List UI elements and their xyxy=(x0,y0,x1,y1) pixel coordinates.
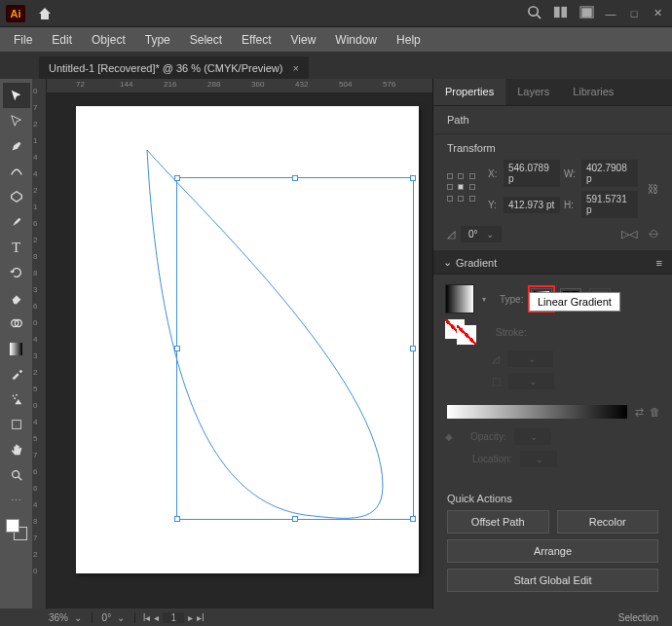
gradient-panel-header[interactable]: ⌄ Gradient ≡ xyxy=(433,251,672,275)
flip-v-icon[interactable]: ⦵ xyxy=(649,228,658,240)
handle-n[interactable] xyxy=(292,175,298,181)
status-bar: 36% ⌄ 0° ⌄ I◂ ◂ 1 ▸ ▸I Selection xyxy=(0,608,672,626)
artboard-tool[interactable] xyxy=(3,412,30,437)
handle-nw[interactable] xyxy=(174,175,180,181)
svg-point-9 xyxy=(16,394,18,396)
handle-sw[interactable] xyxy=(174,516,180,522)
chevron-down-icon: ⌄ xyxy=(443,256,452,269)
reference-point[interactable] xyxy=(447,173,478,204)
transform-title: Transform xyxy=(447,142,658,154)
recolor-button[interactable]: Recolor xyxy=(557,510,659,534)
selection-bounds xyxy=(176,177,414,520)
handle-w[interactable] xyxy=(174,346,180,351)
menu-edit[interactable]: Edit xyxy=(42,29,82,51)
symbol-sprayer-tool[interactable] xyxy=(3,387,30,412)
menu-window[interactable]: Window xyxy=(325,29,387,51)
minimize-icon[interactable]: — xyxy=(604,7,617,20)
more-tools[interactable]: ⋯ xyxy=(3,488,30,513)
prev-artboard-icon[interactable]: ◂ xyxy=(154,612,159,623)
home-icon[interactable] xyxy=(31,0,58,27)
delete-stop-icon[interactable]: 🗑 xyxy=(650,406,660,418)
rectangle-tool[interactable] xyxy=(3,184,30,209)
menu-type[interactable]: Type xyxy=(135,29,180,51)
pen-tool[interactable] xyxy=(3,133,30,159)
location-field[interactable]: ⌄ xyxy=(520,451,558,467)
rotate-field[interactable]: 0°⌄ xyxy=(461,226,502,242)
w-field[interactable]: 402.7908 p xyxy=(581,160,638,187)
handle-e[interactable] xyxy=(410,346,416,351)
svg-point-8 xyxy=(12,395,14,397)
tab-close-icon[interactable]: × xyxy=(292,62,298,74)
y-field[interactable]: 412.973 pt xyxy=(504,197,560,213)
app-badge: Ai xyxy=(6,5,25,22)
restore-icon[interactable]: □ xyxy=(627,7,641,20)
link-wh-icon[interactable]: ⛓ xyxy=(648,183,658,195)
svg-rect-7 xyxy=(10,343,22,355)
svg-rect-2 xyxy=(561,7,567,18)
gradient-swatch[interactable] xyxy=(445,284,474,313)
close-icon[interactable]: ✕ xyxy=(651,7,664,20)
status-mode: Selection xyxy=(609,612,668,623)
rotation-level[interactable]: 0° ⌄ xyxy=(93,612,135,623)
menu-view[interactable]: View xyxy=(281,29,326,51)
menu-help[interactable]: Help xyxy=(387,29,430,51)
eyedropper-tool[interactable] xyxy=(3,361,30,387)
tab-properties[interactable]: Properties xyxy=(433,79,505,105)
artboard-num[interactable]: 1 xyxy=(163,612,184,623)
flip-h-icon[interactable]: ▷◁ xyxy=(621,228,637,240)
direct-selection-tool[interactable] xyxy=(3,108,30,133)
right-panels: Properties Layers Libraries Path Transfo… xyxy=(432,79,672,608)
svg-rect-1 xyxy=(554,7,560,18)
eraser-tool[interactable] xyxy=(3,285,30,311)
first-artboard-icon[interactable]: I◂ xyxy=(143,612,151,623)
arrange-button[interactable]: Arrange xyxy=(447,539,658,563)
menu-effect[interactable]: Effect xyxy=(232,29,280,51)
brush-tool[interactable] xyxy=(3,209,30,235)
gradient-tool[interactable] xyxy=(3,336,30,361)
reverse-icon[interactable]: ⇄ xyxy=(635,406,644,419)
h-field[interactable]: 591.5731 p xyxy=(581,191,638,218)
selection-tool[interactable] xyxy=(3,83,30,108)
handle-ne[interactable] xyxy=(410,175,416,181)
svg-point-0 xyxy=(529,7,538,16)
x-field[interactable]: 546.0789 p xyxy=(504,160,560,187)
menu-object[interactable]: Object xyxy=(82,29,135,51)
gradient-slider[interactable] xyxy=(447,405,627,419)
hand-tool[interactable] xyxy=(3,437,30,462)
handle-se[interactable] xyxy=(410,516,416,522)
menu-file[interactable]: File xyxy=(4,29,42,51)
angle-icon: ◿ xyxy=(492,353,500,364)
svg-point-10 xyxy=(14,397,16,399)
tab-layers[interactable]: Layers xyxy=(505,79,561,105)
offset-path-button[interactable]: Offset Path xyxy=(447,510,549,534)
shape-builder-tool[interactable] xyxy=(3,311,30,336)
search-icon[interactable] xyxy=(527,5,541,21)
opacity-field[interactable]: ⌄ xyxy=(514,428,552,445)
svg-rect-11 xyxy=(12,421,20,429)
arrange-docs-icon[interactable] xyxy=(579,5,594,21)
workspace-icon[interactable] xyxy=(553,5,568,21)
document-tab[interactable]: Untitled-1 [Recovered]* @ 36 % (CMYK/Pre… xyxy=(39,56,309,79)
rotate-tool[interactable] xyxy=(3,260,30,285)
menu-select[interactable]: Select xyxy=(180,29,232,51)
svg-point-12 xyxy=(12,471,19,478)
type-tool[interactable]: T xyxy=(3,235,30,260)
curvature-tool[interactable] xyxy=(3,159,30,184)
stroke-none-swatch[interactable] xyxy=(457,325,476,345)
last-artboard-icon[interactable]: ▸I xyxy=(197,612,205,623)
fill-stroke-swatch[interactable] xyxy=(6,519,27,540)
zoom-tool[interactable] xyxy=(3,462,30,488)
panel-menu-icon[interactable]: ≡ xyxy=(656,257,662,269)
selection-type: Path xyxy=(447,114,658,126)
start-global-edit-button[interactable]: Start Global Edit xyxy=(447,569,658,592)
zoom-level[interactable]: 36% ⌄ xyxy=(39,612,93,623)
tab-libraries[interactable]: Libraries xyxy=(561,79,625,105)
tab-title: Untitled-1 [Recovered]* @ 36 % (CMYK/Pre… xyxy=(49,62,282,74)
handle-s[interactable] xyxy=(292,516,298,522)
canvas-area[interactable]: 72 144 216 288 360 432 504 576 xyxy=(47,79,432,608)
tooltip: Linear Gradient xyxy=(529,292,620,312)
gradient-aspect[interactable]: ⌄ xyxy=(508,373,554,389)
stop-color-icon: ◆ xyxy=(445,431,453,442)
gradient-angle[interactable]: ⌄ xyxy=(507,350,553,367)
next-artboard-icon[interactable]: ▸ xyxy=(188,612,193,623)
